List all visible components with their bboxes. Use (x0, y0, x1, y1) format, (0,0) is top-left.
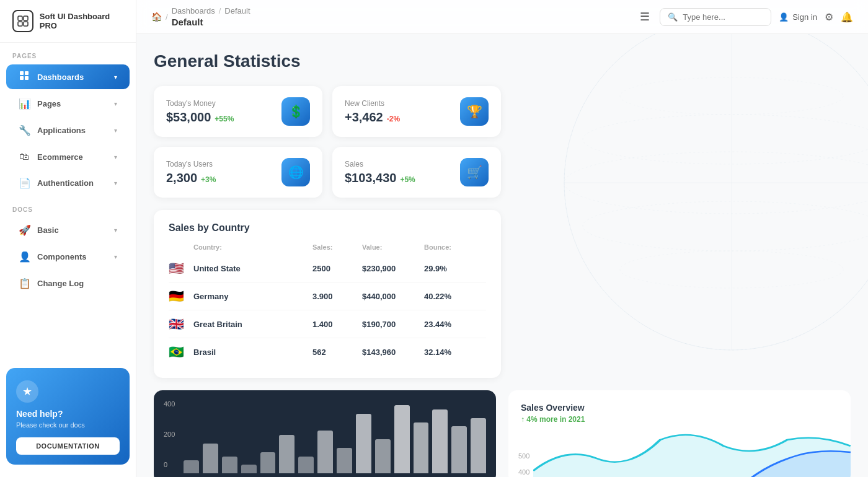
flag-us: 🇺🇸 (169, 261, 193, 276)
settings-icon[interactable]: ⚙ (825, 11, 833, 23)
help-subtitle: Please check our docs (16, 421, 120, 429)
basic-arrow: ▾ (114, 227, 117, 234)
sidebar-item-components[interactable]: 👤 Components ▾ (6, 245, 130, 269)
svg-rect-4 (20, 71, 24, 75)
stat-clients-info: New Clients +3,462-2% (345, 99, 400, 125)
svg-rect-6 (20, 76, 24, 80)
sales-de: 3.900 (312, 292, 362, 301)
sales-us: 2500 (312, 264, 362, 273)
col-bounce: Bounce: (424, 243, 486, 251)
bar-label-400: 400 (164, 400, 175, 408)
stats-grid: Today's Money $53,000+55% 💲 New Clients … (154, 86, 501, 198)
sidebar-item-changelog[interactable]: 📋 Change Log (6, 271, 130, 295)
overview-label-400: 400 (518, 468, 529, 476)
country-row-br: 🇧🇷 Brasil 562 $143,960 32.14% (169, 338, 486, 365)
stat-clients-icon: 🏆 (460, 97, 489, 126)
breadcrumb-dashboards: Dashboards (172, 6, 215, 15)
components-arrow: ▾ (114, 253, 117, 260)
notification-icon[interactable]: 🔔 (841, 11, 853, 23)
stat-money-label: Today's Money (166, 99, 234, 108)
sidebar-logo: Soft UI Dashboard PRO (0, 0, 136, 43)
authentication-icon: 📄 (19, 177, 30, 189)
header: 🏠 / Dashboards / Default Default ☰ 🔍 👤 S… (136, 0, 868, 34)
sidebar-item-ecommerce[interactable]: 🛍 Ecommerce ▾ (6, 145, 130, 168)
sidebar-help: ★ Need help? Please check our docs DOCUM… (6, 368, 130, 465)
sidebar-item-authentication[interactable]: 📄 Authentication ▾ (6, 171, 130, 195)
bar-chart-card: 400 200 0 (154, 390, 496, 477)
ecommerce-icon: 🛍 (19, 151, 30, 162)
sidebar-authentication-label: Authentication (37, 178, 107, 188)
help-star-icon: ★ (16, 380, 38, 403)
bar-13 (432, 409, 448, 473)
country-table-header: Country: Sales: Value: Bounce: (169, 243, 486, 255)
breadcrumb-sep1: / (166, 12, 168, 22)
breadcrumb: 🏠 / Dashboards / Default Default (151, 6, 625, 27)
breadcrumb-sep2: / (219, 6, 221, 15)
stat-card-clients: New Clients +3,462-2% 🏆 (332, 86, 501, 137)
changelog-icon: 📋 (19, 278, 30, 289)
country-us: United State (193, 264, 312, 273)
bounce-gb: 23.44% (424, 320, 486, 329)
sidebar-basic-label: Basic (37, 225, 107, 235)
svg-point-11 (564, 152, 868, 214)
sidebar-item-applications[interactable]: 🔧 Applications ▾ (6, 118, 130, 142)
svg-rect-0 (18, 16, 22, 20)
bar-9 (356, 414, 371, 473)
flag-gb: 🇬🇧 (169, 317, 193, 331)
sales-country-title: Sales by Country (169, 222, 486, 234)
sidebar-applications-label: Applications (37, 126, 107, 135)
bar-6 (298, 457, 314, 474)
bar-11 (394, 405, 410, 473)
col-value: Value: (362, 243, 424, 251)
pages-arrow: ▾ (114, 100, 117, 107)
sales-country-card: Sales by Country Country: Sales: Value: … (154, 210, 501, 378)
stat-users-label: Today's Users (166, 160, 216, 168)
bar-chart-bars (184, 405, 486, 473)
svg-point-12 (583, 201, 868, 251)
stat-users-icon: 🌐 (281, 158, 310, 186)
overview-chart (533, 427, 851, 477)
stat-money-icon: 💲 (281, 97, 310, 126)
sidebar-components-label: Components (37, 252, 107, 261)
value-gb: $190,700 (362, 320, 424, 329)
main-area: 🏠 / Dashboards / Default Default ☰ 🔍 👤 S… (136, 0, 868, 477)
stat-sales-label: Sales (345, 160, 415, 168)
page-title: General Statistics (154, 51, 851, 71)
bar-10 (375, 439, 391, 473)
search-input[interactable] (683, 12, 757, 22)
stat-users-change: +3% (201, 175, 216, 184)
documentation-button[interactable]: DOCUMENTATION (16, 437, 120, 455)
bar-5 (279, 435, 294, 473)
search-box[interactable]: 🔍 (660, 8, 771, 26)
bar-chart-labels: 400 200 0 (164, 400, 175, 468)
col-sales: Sales: (312, 243, 362, 251)
svg-rect-3 (24, 22, 28, 26)
stat-sales-value: $103,430+5% (345, 171, 415, 185)
country-row-de: 🇩🇪 Germany 3.900 $440,000 40.22% (169, 282, 486, 310)
svg-point-10 (583, 115, 868, 164)
docs-label: DOCS (0, 196, 136, 217)
stat-card-sales: Sales $103,430+5% 🛒 (332, 147, 501, 198)
stat-clients-label: New Clients (345, 99, 400, 108)
sidebar-changelog-label: Change Log (37, 279, 117, 288)
breadcrumb-current: Default (172, 17, 250, 27)
menu-icon[interactable]: ☰ (640, 10, 650, 24)
bounce-br: 32.14% (424, 348, 486, 357)
value-br: $143,960 (362, 348, 424, 357)
applications-arrow: ▾ (114, 127, 117, 134)
svg-rect-5 (25, 71, 29, 75)
ecommerce-arrow: ▾ (114, 154, 117, 160)
search-icon: 🔍 (668, 12, 678, 22)
sidebar-item-basic[interactable]: 🚀 Basic ▾ (6, 218, 130, 242)
content-area: General Statistics Today's Money $53,000… (136, 34, 868, 477)
col-country: Country: (193, 243, 312, 251)
sidebar-item-pages[interactable]: 📊 Pages ▾ (6, 92, 130, 116)
stat-sales-change: +5% (400, 175, 415, 184)
stat-card-money: Today's Money $53,000+55% 💲 (154, 86, 322, 137)
svg-point-14 (620, 77, 843, 115)
breadcrumb-default: Default (224, 6, 250, 15)
bar-3 (241, 465, 257, 473)
sidebar-item-dashboards[interactable]: Dashboards ▾ (6, 64, 130, 89)
sign-in-button[interactable]: 👤 Sign in (779, 12, 817, 22)
stat-users-value: 2,300+3% (166, 171, 216, 185)
